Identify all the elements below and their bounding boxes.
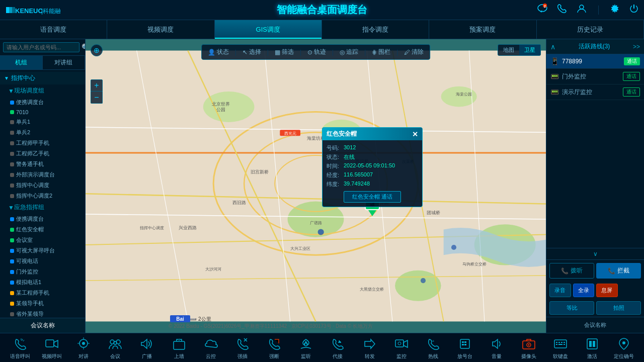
list-item[interactable]: 工程师甲手机 xyxy=(0,138,85,148)
user-icon[interactable] xyxy=(576,4,587,16)
map-area[interactable]: 北京世界 公园 海棠公园 海棠坊桥 西坝桥 旧宫新桥 黄亦路 西旧路 兴业西路 … xyxy=(86,39,546,333)
toolbar-clear-btn[interactable]: 🖊 清除 xyxy=(402,47,426,57)
toolbar-intercom[interactable]: 对讲 xyxy=(71,336,96,360)
header-icons: 2 xyxy=(537,4,639,16)
popup-close-btn[interactable]: ✕ xyxy=(412,130,418,138)
map-type-map[interactable]: 地图 xyxy=(498,45,519,55)
call-item-demo-hall[interactable]: 📟 演示厅监控 通话 xyxy=(546,84,644,100)
listen-btn[interactable]: 📞 拨听 xyxy=(549,263,594,279)
toolbar-hotline[interactable]: + 热线 xyxy=(421,336,446,360)
list-item[interactable]: 省外某领导 xyxy=(0,309,85,318)
toolbar-activate[interactable]: 激活 xyxy=(580,336,605,360)
tab-gis[interactable]: GIS调度 xyxy=(215,20,322,39)
intercept-btn[interactable]: 📞 拦截 xyxy=(596,263,641,279)
popup-field-lat: 纬度: 39.749248 xyxy=(327,180,418,188)
toolbar-select-btn[interactable]: ↖ 选择 xyxy=(240,47,263,57)
zoom-out-btn[interactable]: − xyxy=(91,92,103,104)
toolbar-fence-btn[interactable]: ⋕ 围栏 xyxy=(370,47,392,57)
toolbar-status-btn[interactable]: 👤 状态 xyxy=(206,47,231,57)
toolbar-forward[interactable]: 转发 xyxy=(357,336,382,360)
arrow-icon: ▼ xyxy=(8,204,14,211)
list-item[interactable]: 指挥中心调度2 xyxy=(0,191,85,201)
call-item-778899[interactable]: 📱 778899 通话 xyxy=(546,54,644,69)
list-item[interactable]: 模拟电话1 xyxy=(0,277,85,288)
active-routes-title: 活跃路线(3) xyxy=(579,42,610,51)
expand-icon[interactable]: >> xyxy=(633,43,640,50)
svg-text:旧宫新桥: 旧宫新桥 xyxy=(251,169,269,174)
toolbar-cloud[interactable]: 云控 xyxy=(198,336,223,360)
power-icon[interactable] xyxy=(629,4,639,16)
tab-plan[interactable]: 预案调度 xyxy=(429,20,536,39)
screen-off-btn[interactable]: 息屏 xyxy=(596,284,618,297)
list-item[interactable]: 可视大屏寻呼台 xyxy=(0,245,85,256)
list-item[interactable]: 会议室 xyxy=(0,235,85,245)
chevron-down-icon[interactable]: ∨ xyxy=(546,248,644,259)
search-input[interactable] xyxy=(3,42,79,52)
ratio-btn[interactable]: 等比 xyxy=(549,301,594,315)
compass-btn[interactable]: ⊕ xyxy=(91,44,103,56)
tab-history[interactable]: 历史记录 xyxy=(537,20,644,39)
toolbar-filter-btn[interactable]: ▦ 筛选 xyxy=(273,47,296,57)
toolbar-broadcast[interactable]: 广播 xyxy=(134,336,159,360)
person-icon: 👤 xyxy=(208,49,215,56)
list-item[interactable]: 某领导手机 xyxy=(0,298,85,309)
svg-text:广谱路: 广谱路 xyxy=(310,221,322,225)
toolbar-camera[interactable]: 摄像头 xyxy=(516,336,541,360)
list-item[interactable]: 7010 xyxy=(0,108,85,117)
list-item[interactable]: 单兵2 xyxy=(0,127,85,138)
zoom-in-btn[interactable]: + xyxy=(91,79,103,92)
cursor-icon: ↖ xyxy=(243,49,248,56)
toolbar-locate[interactable]: 定位确号 xyxy=(611,336,636,360)
toolbar-pbx[interactable]: 放号台 xyxy=(452,336,477,360)
list-item[interactable]: 单兵1 xyxy=(0,117,85,127)
svg-point-51 xyxy=(451,245,456,250)
toolbar-surveillance[interactable]: 监控 xyxy=(389,336,414,360)
record-btn[interactable]: 录音 xyxy=(549,284,571,297)
tab-intercom[interactable]: 对讲组 xyxy=(43,56,86,69)
list-item[interactable]: 警务通手机 xyxy=(0,159,85,169)
tab-command[interactable]: 指令调度 xyxy=(322,20,429,39)
search-button[interactable]: 🔍 xyxy=(82,43,86,51)
phone-icon[interactable] xyxy=(557,4,567,16)
photo-btn[interactable]: 拍照 xyxy=(596,301,641,315)
toolbar-monitor[interactable]: 监听 xyxy=(293,336,318,360)
popup-call-btn[interactable]: 红色安全帽 通话 xyxy=(344,191,401,203)
list-item[interactable]: 可视电话 xyxy=(0,256,85,266)
monitor-icon xyxy=(298,336,314,352)
list-item[interactable]: 门外监控 xyxy=(0,266,85,277)
map-popup: 红色安全帽 ✕ 号码: 3012 状态: 在线 时间: 2022-05-05 0… xyxy=(322,127,423,207)
map-logo: Bai xyxy=(170,315,190,324)
video-call-icon xyxy=(44,336,60,352)
call-item-outdoor[interactable]: 📟 门外监控 通话 xyxy=(546,69,644,84)
toolbar-soft-keyboard[interactable]: 软键盘 xyxy=(548,336,573,360)
chevron-up-icon[interactable]: ∧ xyxy=(550,43,555,51)
toolbar-video-call[interactable]: 视频呼叫 xyxy=(39,336,64,360)
list-item[interactable]: 指挥中心调度 xyxy=(0,180,85,191)
message-icon[interactable]: 2 xyxy=(537,4,548,16)
list-item[interactable]: 便携调度台 xyxy=(0,214,85,224)
tab-voice[interactable]: 语音调度 xyxy=(0,20,107,39)
group-command-center-label[interactable]: ▼ 指挥中心 xyxy=(0,72,85,84)
list-item[interactable]: 工程师乙手机 xyxy=(0,148,85,159)
toolbar-track-btn[interactable]: ⊙ 轨迹 xyxy=(305,47,328,57)
toolbar-volume[interactable]: 音量 xyxy=(484,336,509,360)
list-item[interactable]: 外部演示调度台 xyxy=(0,169,85,180)
call-status-badge: 通话 xyxy=(624,57,640,65)
settings-icon[interactable] xyxy=(610,4,620,16)
list-item[interactable]: 便携调度台 xyxy=(0,97,85,108)
toolbar-force-cut[interactable]: 强断 xyxy=(262,336,287,360)
tab-device[interactable]: 机组 xyxy=(0,56,43,69)
map-type-satellite[interactable]: 卫星 xyxy=(519,45,540,55)
list-item[interactable]: 某工程师手机 xyxy=(0,288,85,298)
toolbar-proxy-answer[interactable]: 代接 xyxy=(325,336,350,360)
toolbar-force-insert[interactable]: 强插 xyxy=(230,336,255,360)
subgroup-emergency[interactable]: ▼ 应急指挥组 xyxy=(0,201,85,214)
tab-video[interactable]: 视频调度 xyxy=(107,20,214,39)
toolbar-trace-btn[interactable]: ◎ 追踪 xyxy=(338,47,360,57)
toolbar-voice-call[interactable]: 语音呼叫 xyxy=(8,336,33,360)
toolbar-meeting[interactable]: 会议 xyxy=(103,336,128,360)
subgroup-field-dispatch[interactable]: ▼ 现场调度组 xyxy=(0,84,85,97)
list-item[interactable]: 红色安全帽 xyxy=(0,224,85,235)
all-record-btn[interactable]: 全录 xyxy=(573,284,595,297)
toolbar-wall[interactable]: 上墙 xyxy=(167,336,192,360)
